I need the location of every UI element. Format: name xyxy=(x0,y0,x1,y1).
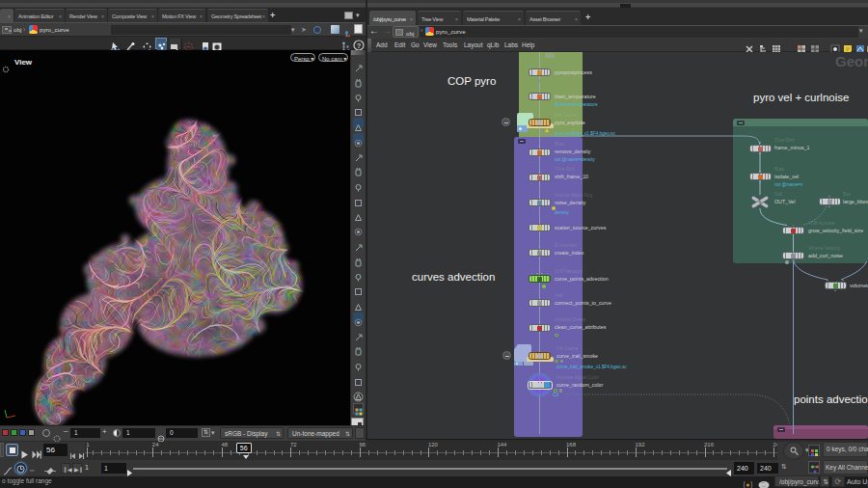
svg-text:ⁿⁿ: ⁿⁿ xyxy=(30,469,34,474)
svg-text:?: ? xyxy=(357,41,362,50)
svg-text:i: i xyxy=(357,393,359,400)
